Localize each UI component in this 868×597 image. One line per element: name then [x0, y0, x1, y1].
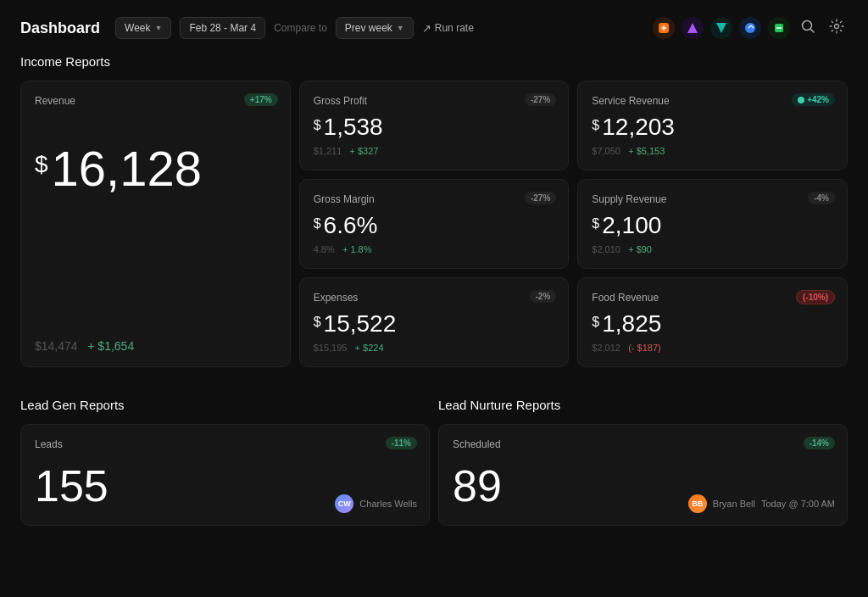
- service-revenue-value: $ 12,203: [592, 114, 833, 141]
- main-content: Income Reports Revenue +17% $ 16,128 $14…: [0, 51, 868, 597]
- header-left: Dashboard Week ▼ Feb 28 - Mar 4 Compare …: [20, 17, 474, 39]
- supply-revenue-badge: -4%: [808, 192, 835, 204]
- page-title: Dashboard: [20, 20, 100, 37]
- search-icon[interactable]: [797, 15, 819, 41]
- app-icon-pink[interactable]: [682, 17, 704, 39]
- compare-label: Compare to: [274, 22, 327, 34]
- run-rate-button[interactable]: ↗ Run rate: [422, 22, 474, 35]
- income-reports-title: Income Reports: [20, 54, 848, 69]
- app-icon-green[interactable]: [768, 17, 790, 39]
- gross-profit-sub: $1,211 + $327: [314, 146, 555, 156]
- expenses-label: Expenses: [314, 292, 555, 304]
- food-revenue-badge: (-10%): [796, 290, 835, 304]
- expenses-badge: -2%: [530, 290, 557, 303]
- gross-margin-badge: -27%: [525, 192, 556, 204]
- scheduled-avatar-row: BB Bryan Bell Today @ 7:00 AM: [688, 494, 835, 513]
- lead-gen-section: Lead Gen Reports Leads -11% 155 CW Charl…: [20, 394, 430, 526]
- app-icon-orange[interactable]: [653, 17, 675, 39]
- gross-margin-card: Gross Margin -27% $ 6.6% 4.8% + 1.8%: [299, 179, 570, 269]
- settings-icon[interactable]: [826, 15, 848, 41]
- run-rate-icon: ↗: [422, 22, 431, 35]
- gross-profit-label: Gross Profit: [314, 95, 555, 107]
- bottom-grid: Lead Gen Reports Leads -11% 155 CW Charl…: [20, 391, 848, 526]
- scheduled-label: Scheduled: [453, 438, 833, 450]
- lead-gen-title: Lead Gen Reports: [20, 398, 430, 412]
- svg-point-7: [835, 25, 839, 29]
- leads-avatar-name: Charles Wells: [359, 499, 417, 509]
- svg-marker-2: [716, 23, 726, 33]
- food-revenue-card: Food Revenue (-10%) $ 1,825 $2,012 (- $1…: [577, 277, 848, 367]
- svg-marker-1: [687, 23, 698, 33]
- expenses-value: $ 15,522: [314, 310, 555, 338]
- lead-nurture-title: Lead Nurture Reports: [438, 398, 848, 412]
- leads-badge: -11%: [386, 437, 417, 449]
- scheduled-card: Scheduled -14% 89 BB Bryan Bell Today @ …: [438, 424, 848, 526]
- supply-revenue-value: $ 2,100: [592, 212, 833, 239]
- income-reports-section: Income Reports Revenue +17% $ 16,128 $14…: [20, 54, 848, 367]
- scheduled-time: Today @ 7:00 AM: [761, 499, 835, 509]
- revenue-value: $ 16,128: [35, 144, 276, 193]
- gross-profit-card: Gross Profit -27% $ 1,538 $1,211 + $327: [299, 81, 570, 170]
- chevron-down-icon: ▼: [397, 24, 404, 32]
- chevron-down-icon: ▼: [155, 24, 163, 32]
- food-revenue-value: $ 1,825: [592, 310, 833, 338]
- revenue-sub: $14,474 + $1,654: [35, 314, 276, 353]
- lead-nurture-section: Lead Nurture Reports Scheduled -14% 89 B…: [438, 394, 848, 526]
- week-dropdown[interactable]: Week ▼: [115, 17, 171, 39]
- date-range-display: Feb 28 - Mar 4: [180, 17, 265, 39]
- app-icon-teal[interactable]: [710, 17, 732, 39]
- app: Dashboard Week ▼ Feb 28 - Mar 4 Compare …: [0, 0, 868, 597]
- revenue-badge: +17%: [244, 93, 278, 106]
- supply-revenue-sub: $2,010 + $90: [592, 244, 833, 254]
- food-revenue-sub: $2,012 (- $187): [592, 343, 833, 353]
- gross-margin-sub: 4.8% + 1.8%: [314, 244, 555, 254]
- svg-point-3: [745, 23, 755, 33]
- leads-label: Leads: [35, 438, 415, 450]
- revenue-card: Revenue +17% $ 16,128 $14,474 + $1,654: [20, 81, 291, 367]
- income-grid: Revenue +17% $ 16,128 $14,474 + $1,654 G…: [20, 81, 848, 367]
- svg-point-5: [803, 21, 812, 31]
- supply-revenue-label: Supply Revenue: [592, 193, 833, 205]
- expenses-sub: $15,195 + $224: [314, 343, 555, 353]
- gross-margin-label: Gross Margin: [314, 193, 555, 205]
- expenses-card: Expenses -2% $ 15,522 $15,195 + $224: [299, 277, 570, 367]
- gross-profit-badge: -27%: [525, 93, 556, 106]
- scheduled-badge: -14%: [804, 437, 835, 449]
- gross-profit-value: $ 1,538: [314, 114, 555, 141]
- scheduled-avatar-name: Bryan Bell: [713, 499, 755, 509]
- supply-revenue-card: Supply Revenue -4% $ 2,100 $2,010 + $90: [577, 179, 848, 269]
- leads-avatar-row: CW Charles Wells: [335, 494, 417, 513]
- prev-week-dropdown[interactable]: Prev week ▼: [336, 17, 414, 39]
- teal-dot-icon: [798, 97, 804, 103]
- scheduled-avatar: BB: [688, 494, 707, 513]
- service-revenue-badge: +42%: [792, 93, 835, 106]
- service-revenue-sub: $7,050 + $5,153: [592, 146, 833, 156]
- service-revenue-card: Service Revenue +42% $ 12,203 $7,050 + $…: [577, 81, 848, 170]
- gross-margin-value: $ 6.6%: [314, 212, 555, 239]
- app-icon-blue[interactable]: [739, 17, 761, 39]
- header-icons: [653, 15, 848, 41]
- header: Dashboard Week ▼ Feb 28 - Mar 4 Compare …: [0, 0, 868, 51]
- svg-line-6: [811, 30, 815, 33]
- leads-avatar: CW: [335, 494, 353, 513]
- revenue-label: Revenue: [35, 95, 276, 107]
- leads-card: Leads -11% 155 CW Charles Wells: [20, 424, 430, 526]
